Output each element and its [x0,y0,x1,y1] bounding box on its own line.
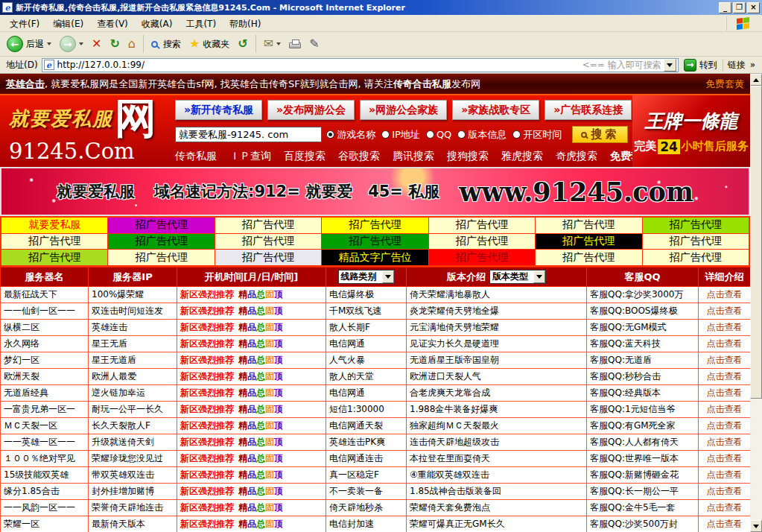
ad-cell[interactable]: 招广告代理 [1,234,107,250]
ad-cell[interactable]: 招广告代理 [108,218,214,233]
detail-link[interactable]: 点击查看 [707,469,743,480]
detail-link[interactable]: 点击查看 [707,404,743,414]
ad-cell[interactable]: 招广告代理 [215,218,321,233]
detail-link[interactable]: 点击查看 [707,502,743,513]
print-button[interactable] [285,38,305,50]
line-type-select[interactable]: 线路类别 [338,270,395,284]
detail-link[interactable]: 点击查看 [707,322,743,332]
detail-link[interactable]: 点击查看 [707,305,743,316]
ad-cell[interactable]: 招广告代理 [536,250,641,265]
detail-link[interactable]: 点击查看 [707,486,743,496]
quick-link[interactable]: ＩＰ查询 [229,150,271,163]
detail-link[interactable]: 点击查看 [707,420,743,431]
quick-link[interactable]: 雅虎搜索 [501,150,543,163]
ad-cell[interactable]: 招广告代理 [1,250,107,265]
radio-icon[interactable] [381,130,390,139]
detail-link[interactable]: 点击查看 [707,371,743,381]
menu-item[interactable]: 帮助(H) [223,16,267,31]
server-search-input[interactable] [175,127,322,142]
ad-cell[interactable]: 招广告代理 [429,218,535,233]
ad-cell[interactable]: 招广告代理 [215,234,321,250]
address-input[interactable] [57,60,582,71]
detail-link[interactable]: 点击查看 [707,338,743,349]
forward-button[interactable]: → [56,34,87,54]
nav-button[interactable]: »新开传奇私服 [175,100,262,120]
ad-cell[interactable]: 招广告代理 [429,250,535,265]
version-select-arrow-icon[interactable] [533,270,545,283]
nav-button[interactable]: »家族战歌专区 [452,100,539,120]
quick-link[interactable]: 搜狗搜索 [447,150,489,163]
site-logo[interactable]: 就要爱私服 网 91245.Com [0,95,174,167]
menu-item[interactable]: 工具(T) [179,16,223,31]
radio-icon[interactable] [457,130,466,139]
search-type-radio[interactable]: 游戏名称 [326,128,375,142]
search-type-radio[interactable]: 开区时间 [512,128,562,142]
stop-button[interactable]: ✕ [88,37,105,51]
radio-icon[interactable] [326,130,334,139]
quick-link[interactable]: 百度搜索 [284,150,326,163]
scroll-thumb[interactable] [750,86,762,399]
menu-item[interactable]: 收藏(A) [135,16,180,31]
ad-cell[interactable]: 招广告代理 [108,250,214,265]
go-button[interactable]: → 转到 [679,58,723,72]
scroll-track[interactable] [750,86,762,520]
ad-cell[interactable]: 招广告代理 [429,234,535,250]
home-button[interactable]: ⌂ [124,37,139,51]
favorites-button[interactable]: ★ 收藏夹 [185,37,233,52]
site-search-button[interactable]: 搜索 [572,126,628,143]
vertical-scrollbar[interactable] [750,74,762,532]
search-button[interactable]: 搜索 [147,37,185,52]
back-button[interactable]: ← 后退 [3,34,55,54]
ad-cell[interactable]: 招广告代理 [643,218,749,233]
notice-right-link[interactable]: 免费套黄 [705,77,744,91]
nav-button[interactable]: »网游公会家族 [360,100,447,120]
detail-link[interactable]: 点击查看 [707,519,743,529]
detail-link[interactable]: 点击查看 [707,453,743,463]
domain-banner[interactable]: 就要爱私服 域名速记方法:912= 就要爱 45= 私服 www.91245.c… [0,167,750,216]
service-banner[interactable]: 王牌一條龍 完美 24 小时售后服务 [632,95,750,167]
forward-dropdown-icon[interactable] [79,42,83,45]
ad-cell[interactable]: 招广告代理 [215,250,321,265]
ad-cell[interactable]: 招广告代理 [643,250,749,265]
links-bar[interactable]: 链接 » [723,59,760,72]
scroll-down-button[interactable] [750,520,762,532]
quick-link[interactable]: 传奇私服 [175,150,217,163]
menu-item[interactable]: 文件(F) [3,16,46,31]
search-type-radio[interactable]: QQ [426,129,451,140]
ad-cell[interactable]: 就要爱私服 [1,218,107,233]
ad-cell[interactable]: 招广告代理 [536,234,641,250]
close-button[interactable]: × [747,2,760,13]
menu-item[interactable]: 查看(V) [90,16,135,31]
ad-cell[interactable]: 招广告代理 [322,218,428,233]
edit-button[interactable]: ✎ [305,37,323,51]
nav-button[interactable]: »广告联系连接 [544,100,632,120]
ad-cell[interactable]: 招广告代理 [108,234,214,250]
ad-cell[interactable]: 精品文字广告位 [322,250,428,265]
radio-icon[interactable] [426,130,434,139]
radio-icon[interactable] [512,130,521,139]
menu-item[interactable]: 编辑(E) [46,16,90,31]
detail-link[interactable]: 点击查看 [707,289,743,300]
minimize-button[interactable]: _ [719,2,731,13]
quick-link[interactable]: 腾讯搜索 [393,150,434,163]
search-type-radio[interactable]: IP地址 [381,128,420,142]
back-dropdown-icon[interactable] [47,42,51,45]
restore-button[interactable]: ❐ [733,2,746,13]
search-type-radio[interactable]: 版本信息 [457,128,507,142]
version-type-select[interactable]: 版本类型 [489,270,546,284]
address-field[interactable]: e <== 输入即可搜索 [42,58,679,72]
ad-cell[interactable]: 招广告代理 [643,234,749,250]
line-select-arrow-icon[interactable] [382,270,394,283]
scroll-up-button[interactable] [750,74,762,86]
address-dropdown-button[interactable] [664,59,676,72]
history-button[interactable]: ↺ [234,37,251,51]
detail-link[interactable]: 点击查看 [707,437,743,447]
quick-link[interactable]: 奇虎搜索 [556,150,597,163]
detail-link[interactable]: 点击查看 [707,387,743,398]
mail-dropdown-icon[interactable] [276,42,281,45]
detail-link[interactable]: 点击查看 [707,355,743,365]
quick-link[interactable]: 谷歌搜索 [338,150,380,163]
nav-button[interactable]: »发布网游公会 [267,100,355,120]
ad-cell[interactable]: 招广告代理 [536,218,641,233]
notice-highlight[interactable]: 英雄合击 [6,78,45,89]
